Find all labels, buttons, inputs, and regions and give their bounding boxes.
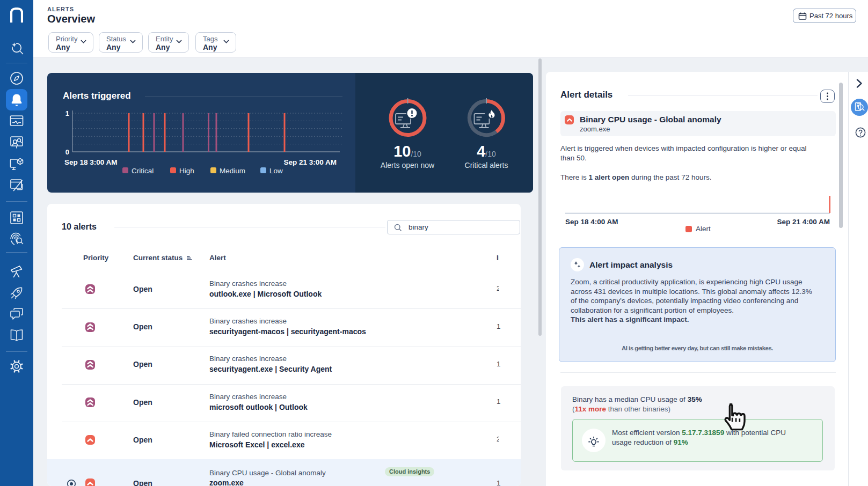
svg-text:0: 0 <box>65 148 69 156</box>
svg-text:Alert: Alert <box>696 225 711 233</box>
svg-text:High: High <box>179 167 194 175</box>
svg-text:Medium: Medium <box>220 167 245 175</box>
svg-text:Low: Low <box>269 167 283 175</box>
svg-text:1: 1 <box>65 109 69 117</box>
svg-text:Sep 21 4:00 AM: Sep 21 4:00 AM <box>777 218 830 226</box>
svg-text:Sep 18 3:00 AM: Sep 18 3:00 AM <box>64 158 118 166</box>
svg-text:Critical: Critical <box>132 167 154 175</box>
svg-text:Sep 18 4:00 AM: Sep 18 4:00 AM <box>565 218 618 226</box>
svg-text:Sep 21 3:00 AM: Sep 21 3:00 AM <box>283 158 337 166</box>
